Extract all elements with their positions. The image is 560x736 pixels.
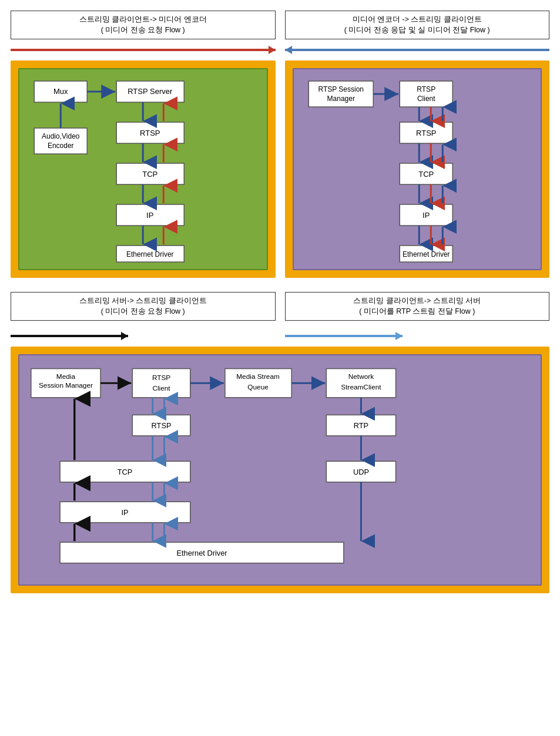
- bottom-outer-box: Media Session Manager RTSP Client Media …: [11, 347, 549, 593]
- svg-text:IP: IP: [422, 211, 430, 220]
- svg-text:RTSP Session: RTSP Session: [318, 85, 364, 93]
- light-blue-arrow: [285, 335, 403, 337]
- svg-text:Encoder: Encoder: [48, 142, 74, 150]
- svg-text:Queue: Queue: [247, 383, 269, 391]
- svg-text:TCP: TCP: [118, 468, 133, 476]
- svg-text:Network: Network: [348, 372, 374, 381]
- top-right-inner-purple: RTSP Session Manager RTSP Client RTSP: [293, 68, 542, 270]
- svg-text:RTSP Server: RTSP Server: [128, 87, 173, 96]
- svg-text:TCP: TCP: [142, 170, 157, 179]
- svg-text:Media Stream: Media Stream: [236, 372, 280, 381]
- bottom-section: 스트리밍 서버-> 스트리밍 클라이언트 ( 미디어 전송 요청 Flow ) …: [11, 292, 549, 593]
- svg-text:Ethernet Driver: Ethernet Driver: [402, 250, 450, 258]
- svg-text:RTSP: RTSP: [140, 129, 160, 137]
- top-right-caption: 미디어 엔코더 -> 스트리밍 클라이언트 ( 미디어 전송 응답 및 실 미디…: [285, 11, 550, 39]
- svg-text:IP: IP: [121, 508, 128, 517]
- black-arrow: [11, 335, 128, 337]
- svg-text:RTSP: RTSP: [152, 421, 172, 430]
- top-left-outer-box: Mux Audio,Video Encoder RTSP Server: [11, 61, 276, 278]
- top-left-diagram-svg: Mux Audio,Video Encoder RTSP Server: [25, 75, 261, 263]
- top-section: 스트리밍 클라이언트-> 미디어 엔코더 ( 미디어 전송 요청 Flow ) …: [11, 11, 549, 278]
- top-right-outer-box: RTSP Session Manager RTSP Client RTSP: [285, 61, 550, 278]
- svg-text:RTSP: RTSP: [152, 374, 170, 382]
- top-left-half: 스트리밍 클라이언트-> 미디어 엔코더 ( 미디어 전송 요청 Flow ) …: [11, 11, 276, 278]
- svg-text:RTP: RTP: [354, 421, 368, 430]
- red-arrow: [11, 49, 276, 51]
- bottom-right-arrow-area: [285, 330, 550, 342]
- svg-text:Manager: Manager: [327, 95, 354, 103]
- top-right-flow-arrow: [285, 44, 550, 56]
- svg-text:UDP: UDP: [353, 468, 369, 476]
- svg-text:Client: Client: [417, 95, 435, 103]
- svg-text:Ethernet Driver: Ethernet Driver: [176, 549, 227, 557]
- top-left-flow-arrow: [11, 44, 276, 56]
- top-right-diagram-svg: RTSP Session Manager RTSP Client RTSP: [300, 75, 535, 263]
- top-right-half: 미디어 엔코더 -> 스트리밍 클라이언트 ( 미디어 전송 응답 및 실 미디…: [285, 11, 550, 278]
- bottom-right-caption: 스트리밍 클라이언트-> 스트리밍 서버 ( 미디어를 RTP 스트림 전달 F…: [285, 292, 550, 321]
- svg-text:Ethernet Driver: Ethernet Driver: [126, 250, 174, 258]
- svg-text:Media: Media: [56, 372, 76, 381]
- top-left-caption: 스트리밍 클라이언트-> 미디어 엔코더 ( 미디어 전송 요청 Flow ): [11, 11, 276, 39]
- svg-text:Audio,Video: Audio,Video: [42, 132, 80, 140]
- svg-text:RTSP: RTSP: [416, 129, 436, 137]
- svg-text:Mux: Mux: [53, 87, 68, 96]
- page: 스트리밍 클라이언트-> 미디어 엔코더 ( 미디어 전송 요청 Flow ) …: [0, 0, 560, 604]
- svg-text:RTSP: RTSP: [417, 85, 435, 93]
- svg-text:Client: Client: [152, 384, 170, 392]
- bottom-left-caption: 스트리밍 서버-> 스트리밍 클라이언트 ( 미디어 전송 요청 Flow ): [11, 292, 276, 321]
- bottom-diagram-svg: Media Session Manager RTSP Client Media …: [25, 361, 535, 579]
- svg-text:IP: IP: [146, 211, 153, 220]
- top-left-inner-green: Mux Audio,Video Encoder RTSP Server: [18, 68, 268, 270]
- bottom-flow-arrows: [11, 330, 549, 342]
- svg-rect-55: [132, 369, 190, 398]
- bottom-inner-purple: Media Session Manager RTSP Client Media …: [18, 354, 542, 586]
- svg-text:StreamClient: StreamClient: [341, 383, 381, 391]
- svg-text:TCP: TCP: [418, 170, 434, 179]
- bottom-left-arrow-area: [11, 330, 276, 342]
- bottom-captions: 스트리밍 서버-> 스트리밍 클라이언트 ( 미디어 전송 요청 Flow ) …: [11, 292, 549, 325]
- svg-text:Session Manager: Session Manager: [39, 381, 93, 389]
